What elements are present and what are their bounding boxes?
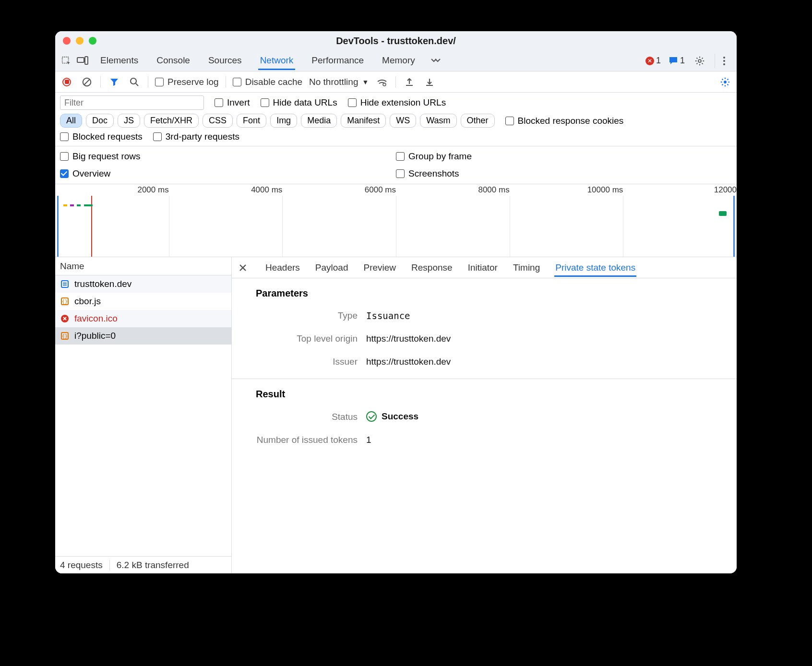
clear-button[interactable] — [80, 75, 94, 89]
request-name: i?public=0 — [74, 331, 116, 341]
svg-point-9 — [131, 78, 136, 84]
type-chip-wasm[interactable]: Wasm — [420, 114, 456, 128]
close-window-icon[interactable] — [63, 37, 71, 45]
param-origin-label: Top level origin — [241, 333, 366, 344]
panel-tab-memory[interactable]: Memory — [380, 51, 417, 70]
request-row[interactable]: favicon.ico — [55, 310, 231, 327]
error-badge[interactable]: ✕ 1 — [645, 56, 661, 66]
timeline-tick-label: 2000 ms — [137, 185, 168, 195]
panel-tab-sources[interactable]: Sources — [206, 51, 244, 70]
panel-tab-console[interactable]: Console — [155, 51, 192, 70]
type-chip-js[interactable]: JS — [118, 114, 140, 128]
messages-badge[interactable]: 1 — [669, 56, 685, 66]
type-chip-media[interactable]: Media — [301, 114, 337, 128]
success-check-icon — [366, 411, 377, 422]
hide-extension-urls-checkbox[interactable]: Hide extension URLs — [348, 97, 446, 108]
settings-icon[interactable] — [693, 54, 707, 68]
timeline-gridline — [282, 196, 283, 257]
import-har-button[interactable] — [423, 75, 436, 89]
type-chip-all[interactable]: All — [60, 114, 82, 128]
chevron-down-icon: ▼ — [362, 78, 369, 86]
svg-line-10 — [136, 83, 138, 86]
request-row[interactable]: {}i?public=0 — [55, 327, 231, 345]
overview-checkbox[interactable]: Overview — [60, 168, 396, 179]
result-tokens-value: 1 — [366, 435, 717, 445]
third-party-checkbox[interactable]: 3rd-party requests — [153, 131, 239, 142]
type-chip-doc[interactable]: Doc — [86, 114, 114, 128]
detail-tab-payload[interactable]: Payload — [314, 259, 349, 277]
detail-tab-initiator[interactable]: Initiator — [467, 259, 499, 277]
kebab-menu-icon[interactable] — [715, 54, 729, 68]
group-by-frame-label: Group by frame — [408, 151, 472, 162]
panel-tab-network[interactable]: Network — [258, 51, 296, 70]
inspect-icon[interactable] — [59, 54, 73, 68]
param-issuer-value: https://trusttoken.dev — [366, 357, 717, 367]
disable-cache-checkbox[interactable]: Disable cache — [233, 77, 302, 87]
request-type-icon: {} — [60, 297, 70, 306]
more-tabs-icon[interactable] — [429, 54, 443, 68]
display-options: Big request rows Group by frame Overview… — [55, 146, 737, 184]
record-icon — [62, 78, 71, 86]
detail-tab-timing[interactable]: Timing — [512, 259, 541, 277]
panel-tab-performance[interactable]: Performance — [310, 51, 366, 70]
screenshots-checkbox[interactable]: Screenshots — [396, 168, 732, 179]
timeline-tick-label: 10000 ms — [587, 185, 623, 195]
status-bar: 4 requests 6.2 kB transferred — [55, 556, 231, 573]
type-chip-other[interactable]: Other — [461, 114, 495, 128]
param-type-value: Issuance — [366, 310, 717, 321]
network-settings-button[interactable] — [718, 75, 732, 89]
network-conditions-button[interactable] — [375, 75, 389, 89]
request-row[interactable]: trusttoken.dev — [55, 275, 231, 293]
detail-tab-preview[interactable]: Preview — [363, 259, 397, 277]
request-type-icon — [60, 279, 70, 289]
throttling-value: No throttling — [309, 77, 358, 87]
timeline-segment-icon — [63, 204, 67, 206]
hide-data-urls-checkbox[interactable]: Hide data URLs — [261, 97, 337, 108]
filter-toggle-button[interactable] — [107, 75, 121, 89]
param-issuer-label: Issuer — [241, 357, 366, 367]
timeline-overview[interactable]: 2000 ms4000 ms6000 ms8000 ms10000 ms1200… — [55, 184, 737, 257]
invert-checkbox[interactable]: Invert — [215, 97, 250, 108]
timeline-range-end[interactable] — [733, 196, 735, 257]
preserve-log-checkbox[interactable]: Preserve log — [155, 77, 219, 87]
type-chip-font[interactable]: Font — [237, 114, 266, 128]
param-type-label: Type — [241, 310, 366, 321]
minimize-window-icon[interactable] — [76, 37, 84, 45]
name-column-header: Name — [60, 261, 84, 272]
blocked-cookies-checkbox[interactable]: Blocked response cookies — [505, 116, 624, 126]
zoom-window-icon[interactable] — [89, 37, 96, 45]
panel-tab-elements[interactable]: Elements — [98, 51, 140, 70]
svg-point-3 — [698, 59, 701, 62]
type-chip-fetchxhr[interactable]: Fetch/XHR — [144, 114, 199, 128]
throttling-select[interactable]: No throttling ▼ — [309, 77, 369, 87]
gear-icon — [720, 77, 730, 87]
detail-tab-response[interactable]: Response — [410, 259, 454, 277]
filter-input[interactable] — [60, 95, 204, 110]
blocked-requests-checkbox[interactable]: Blocked requests — [60, 131, 143, 142]
big-rows-checkbox[interactable]: Big request rows — [60, 151, 396, 162]
result-tokens-label: Number of issued tokens — [241, 435, 366, 445]
blocked-requests-label: Blocked requests — [72, 131, 143, 142]
detail-tab-headers[interactable]: Headers — [264, 259, 301, 277]
export-har-button[interactable] — [403, 75, 416, 89]
group-by-frame-checkbox[interactable]: Group by frame — [396, 151, 732, 162]
timeline-range-start[interactable] — [57, 196, 59, 257]
svg-point-5 — [723, 60, 725, 62]
type-filter-chips: AllDocJSFetch/XHRCSSFontImgMediaManifest… — [60, 114, 495, 128]
result-status-label: Status — [241, 412, 366, 422]
type-chip-css[interactable]: CSS — [203, 114, 233, 128]
type-chip-manifest[interactable]: Manifest — [341, 114, 386, 128]
timeline-segment-icon — [84, 204, 93, 206]
device-toggle-icon[interactable] — [75, 54, 90, 68]
type-chip-ws[interactable]: WS — [390, 114, 416, 128]
request-list-header[interactable]: Name — [55, 257, 231, 275]
record-button[interactable] — [60, 75, 73, 89]
type-chip-img[interactable]: Img — [270, 114, 297, 128]
svg-text:{}: {} — [62, 299, 68, 304]
timeline-segment-icon — [77, 204, 81, 206]
detail-tab-private-state-tokens[interactable]: Private state tokens — [554, 259, 636, 277]
request-row[interactable]: {}cbor.js — [55, 293, 231, 310]
close-details-button[interactable] — [237, 262, 249, 274]
disable-cache-label: Disable cache — [245, 77, 302, 87]
search-button[interactable] — [128, 75, 141, 89]
